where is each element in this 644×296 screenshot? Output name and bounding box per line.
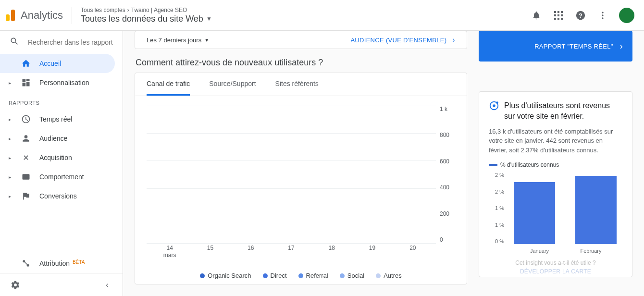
nav-label: Temps réel (39, 115, 72, 123)
nav-attribution[interactable]: Attribution BÊTA (0, 254, 123, 273)
app-header: Analytics Tous les comptes › Twaino | Ag… (0, 0, 644, 31)
mini-chart-legend: % d'utilisateurs connus (489, 161, 622, 168)
section-label-rapports: RAPPORTS (0, 92, 123, 110)
nav-accueil[interactable]: Accueil (0, 54, 115, 73)
user-avatar[interactable] (619, 8, 634, 23)
nav-label: Accueil (39, 60, 61, 67)
apps-grid-icon[interactable] (553, 10, 564, 21)
insight-expand-link[interactable]: DÉVELOPPER LA CARTE (489, 268, 622, 275)
mini-bar[interactable] (514, 182, 555, 244)
legend-item[interactable]: Referral (298, 272, 328, 279)
mini-bar[interactable] (575, 176, 617, 244)
svg-rect-4 (557, 14, 559, 16)
svg-rect-1 (557, 11, 559, 13)
insight-title: Plus d'utilisateurs sont revenus sur vot… (504, 100, 622, 122)
settings-icon[interactable] (10, 279, 21, 291)
nav-label: Conversions (39, 192, 77, 200)
svg-text:?: ? (579, 12, 582, 19)
sidebar-search[interactable] (0, 31, 123, 54)
analytics-logo-icon (6, 10, 15, 21)
sidebar-footer: ‹ (0, 273, 123, 296)
flag-icon (21, 191, 31, 201)
acquisition-icon (21, 153, 31, 162)
tab-sites-referents[interactable]: Sites référents (275, 73, 319, 96)
nav-label: Audience (39, 135, 67, 142)
traffic-chart: 1 k8006004002000 14mars151617181920 (135, 96, 467, 259)
expand-icon: ▸ (9, 136, 12, 141)
caret-down-icon: ▼ (206, 15, 212, 22)
period-strip: Les 7 derniers jours ▼ AUDIENCE (VUE D'E… (135, 31, 467, 49)
expand-icon: ▸ (9, 80, 12, 86)
sidebar: Accueil ▸ Personnalisation RAPPORTS ▸ Te… (0, 31, 123, 296)
insight-body: 16,3 k d'utilisateurs ont été comptabili… (489, 127, 622, 155)
nav-conversions[interactable]: ▸ Conversions (0, 186, 123, 206)
chevron-right-icon: › (452, 36, 455, 44)
property-selector[interactable]: Tous les comptes › Twaino | Agence SEO T… (81, 7, 212, 24)
legend-item[interactable]: Social (340, 272, 364, 279)
breadcrumb: Tous les comptes › Twaino | Agence SEO (81, 7, 212, 13)
svg-rect-14 (23, 174, 30, 180)
search-input[interactable] (28, 38, 113, 46)
nav-comportement[interactable]: ▸ Comportement (0, 167, 123, 186)
svg-rect-6 (554, 18, 556, 20)
clock-icon (21, 114, 31, 124)
tab-source-support[interactable]: Source/Support (209, 73, 256, 96)
legend-item[interactable]: Organic Search (200, 272, 251, 279)
chevron-right-icon: › (127, 7, 129, 13)
attribution-icon (21, 259, 31, 268)
tab-canal-trafic[interactable]: Canal de trafic (147, 73, 190, 96)
legend-item[interactable]: Autres (376, 272, 402, 279)
view-title: Toutes les données du site Web (81, 14, 203, 24)
legend-item[interactable]: Direct (263, 272, 287, 279)
traffic-chart-card: Canal de trafic Source/Support Sites réf… (135, 73, 467, 284)
svg-point-19 (496, 101, 498, 104)
insight-feedback-prompt: Cet insight vous a-t-il été utile ? (489, 259, 622, 266)
audience-overview-link[interactable]: AUDIENCE (VUE D'ENSEMBLE) › (350, 36, 455, 44)
svg-rect-2 (561, 11, 563, 13)
brand-logo[interactable]: Analytics (6, 9, 63, 22)
expand-icon: ▸ (9, 155, 12, 160)
chevron-right-icon: › (620, 41, 623, 51)
divider (72, 7, 72, 24)
main-content: Les 7 derniers jours ▼ AUDIENCE (VUE D'E… (123, 31, 644, 296)
svg-point-13 (602, 17, 603, 19)
chart-tabs: Canal de trafic Source/Support Sites réf… (135, 73, 467, 96)
svg-rect-5 (561, 14, 563, 16)
svg-rect-7 (557, 18, 559, 20)
notifications-icon[interactable] (531, 10, 542, 21)
caret-down-icon: ▼ (204, 37, 209, 43)
nav-label: Comportement (39, 173, 84, 181)
expand-icon: ▸ (9, 117, 12, 122)
period-selector[interactable]: Les 7 derniers jours ▼ (147, 37, 209, 44)
insight-card: Plus d'utilisateurs sont revenus sur vot… (479, 91, 632, 277)
nav-label: Personnalisation (39, 79, 89, 86)
collapse-sidebar-icon[interactable]: ‹ (101, 279, 113, 291)
svg-point-11 (602, 12, 603, 13)
chart-legend: Organic SearchDirectReferralSocialAutres (135, 259, 467, 284)
section-heading: Comment attirez-vous de nouveaux utilisa… (136, 58, 467, 68)
mini-chart: 2 %2 %1 %1 %0 % JanuaryFebruary (489, 172, 622, 254)
nav-acquisition[interactable]: ▸ Acquisition (0, 148, 123, 167)
nav-audience[interactable]: ▸ Audience (0, 129, 123, 148)
comportement-icon (21, 172, 31, 182)
brand-name: Analytics (21, 9, 63, 22)
realtime-report-link[interactable]: RAPPORT "TEMPS RÉEL" › (479, 31, 632, 62)
insight-icon (489, 100, 499, 111)
home-icon (21, 59, 31, 68)
expand-icon: ▸ (9, 174, 12, 180)
help-icon[interactable]: ? (575, 10, 586, 21)
svg-point-18 (493, 104, 495, 107)
nav-label: Acquisition (39, 154, 72, 161)
nav-label: Attribution BÊTA (39, 259, 85, 267)
search-icon (10, 37, 19, 48)
beta-badge: BÊTA (73, 259, 85, 265)
dashboard-icon (21, 78, 31, 87)
svg-point-12 (602, 14, 603, 16)
more-vert-icon[interactable] (597, 10, 608, 21)
svg-rect-8 (561, 18, 563, 20)
svg-rect-3 (554, 14, 556, 16)
nav-personnalisation[interactable]: ▸ Personnalisation (0, 73, 123, 92)
person-icon (21, 134, 31, 143)
nav-temps-reel[interactable]: ▸ Temps réel (0, 110, 123, 129)
svg-rect-0 (554, 11, 556, 13)
